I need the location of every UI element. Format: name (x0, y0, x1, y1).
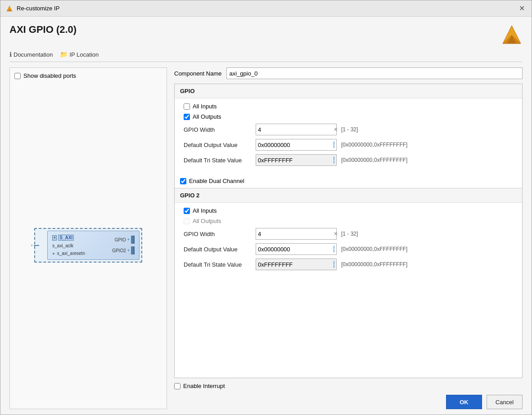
gpio2-default-output-row: Default Output Value i [0x00000000,0xFFF… (184, 243, 513, 255)
gpio2-all-inputs-row: All Inputs (184, 207, 513, 214)
gpio2-section-header: GPIO 2 (175, 188, 522, 203)
close-button[interactable]: ✕ (517, 4, 526, 13)
gpio2-all-inputs-label: All Inputs (193, 207, 216, 214)
show-disabled-ports-checkbox[interactable] (14, 73, 21, 79)
default-output-row: Default Output Value i [0x00000000,0xFFF… (184, 139, 513, 151)
dialog-title: Re-customize IP (17, 5, 59, 12)
gpio2-default-tri-state-container: i [0x00000000,0xFFFFFFFF] (256, 259, 407, 270)
dialog: Re-customize IP ✕ AXI GPIO (2.0) ℹ Docum… (0, 0, 532, 415)
enable-interrupt-checkbox[interactable] (174, 383, 180, 389)
gpio2-all-outputs-checkbox (184, 218, 190, 224)
gpio2-default-output-range: [0x00000000,0xFFFFFFFF] (341, 246, 407, 252)
vivado-logo-icon (501, 24, 523, 45)
tab-documentation[interactable]: ℹ Documentation (9, 51, 53, 58)
bottom-area: Enable Interrupt OK Cancel (174, 383, 523, 409)
ok-button[interactable]: OK (446, 395, 482, 409)
gpio-width-label: GPIO Width (184, 126, 256, 133)
show-disabled-ports-row: Show disabled ports (14, 72, 162, 79)
config-scroll[interactable]: GPIO All Inputs All Output (175, 84, 522, 378)
gpio-width-input-container: ✕ [1 - 32] (256, 124, 358, 135)
all-inputs-checkbox[interactable] (184, 103, 190, 110)
default-tri-state-label: Default Tri State Value (184, 157, 256, 164)
default-output-range: [0x00000000,0xFFFFFFFF] (341, 142, 407, 148)
info-icon: ℹ (9, 51, 12, 58)
main-title: AXI GPIO (2.0) (9, 24, 77, 36)
component-name-input[interactable] (226, 67, 523, 79)
buttons-row: OK Cancel (174, 395, 523, 409)
all-inputs-row: All Inputs (184, 103, 513, 110)
tab-documentation-label: Documentation (14, 51, 53, 58)
enable-dual-channel-row: Enable Dual Channel (180, 178, 517, 184)
tab-ip-location-label: IP Location (69, 51, 99, 58)
all-outputs-label: All Outputs (193, 113, 221, 120)
gpio2-section-content: All Inputs All Outputs GPIO Width (175, 203, 522, 278)
block-diagram: + (14, 86, 162, 404)
left-panel: Show disabled ports + (9, 67, 167, 409)
component-name-row: Component Name (174, 67, 523, 79)
gpio-section-content: All Inputs All Outputs GPIO Width (175, 98, 522, 174)
gpio2-default-output-container: i [0x00000000,0xFFFFFFFF] (256, 243, 407, 255)
default-tri-state-input[interactable] (258, 157, 334, 164)
gpio2-default-output-input[interactable] (258, 246, 334, 253)
gpio-section-header: GPIO (175, 84, 522, 98)
gpio-width-clear[interactable]: ✕ (334, 126, 338, 133)
cancel-button[interactable]: Cancel (487, 395, 523, 409)
gpio-section: GPIO All Inputs All Output (175, 84, 522, 184)
gpio2-width-label: GPIO Width (184, 231, 256, 237)
default-output-info[interactable]: i (334, 141, 334, 148)
gpio2-default-tri-state-input[interactable] (258, 261, 334, 268)
all-inputs-label: All Inputs (193, 103, 216, 110)
all-outputs-checkbox[interactable] (184, 114, 190, 120)
gpio-width-range: [1 - 32] (341, 126, 358, 133)
gpio2-width-range: [1 - 32] (341, 231, 358, 237)
enable-interrupt-row: Enable Interrupt (174, 383, 523, 389)
default-tri-state-input-container: i [0x00000000,0xFFFFFFFF] (256, 154, 407, 166)
gpio2-default-output-info[interactable]: i (334, 245, 334, 253)
gpio2-width-input-container: ✕ [1 - 32] (256, 228, 358, 240)
content-area: AXI GPIO (2.0) ℹ Documentation 📁 IP Loca… (0, 17, 532, 415)
folder-icon: 📁 (60, 51, 68, 58)
default-tri-state-field: i (256, 154, 337, 166)
enable-dual-channel-checkbox[interactable] (180, 178, 186, 184)
gpio2-default-tri-state-row: Default Tri State Value i [0x00000000,0x… (184, 259, 513, 270)
default-tri-state-row: Default Tri State Value i [0x00000000,0x… (184, 154, 513, 166)
default-output-input-container: i [0x00000000,0xFFFFFFFF] (256, 139, 407, 151)
gpio2-all-outputs-row: All Outputs (184, 218, 513, 224)
gpio2-default-output-label: Default Output Value (184, 246, 256, 253)
gpio2-width-input[interactable] (258, 231, 334, 237)
gpio2-width-field: ✕ (256, 228, 337, 240)
title-bar-left: Re-customize IP (6, 5, 59, 12)
default-output-input[interactable] (258, 142, 334, 148)
enable-interrupt-label: Enable Interrupt (183, 383, 225, 389)
default-output-label: Default Output Value (184, 142, 256, 148)
gpio2-default-tri-state-range: [0x00000000,0xFFFFFFFF] (341, 261, 407, 268)
gpio2-default-output-field: i (256, 243, 337, 255)
title-bar: Re-customize IP ✕ (0, 0, 532, 17)
gpio2-width-row: GPIO Width ✕ [1 - 32] (184, 228, 513, 240)
default-tri-state-range: [0x00000000,0xFFFFFFFF] (341, 157, 407, 163)
tab-ip-location[interactable]: 📁 IP Location (60, 51, 99, 58)
all-outputs-row: All Outputs (184, 113, 513, 120)
gpio2-width-clear[interactable]: ✕ (334, 230, 338, 237)
gpio2-section: GPIO 2 All Inputs All Outp (175, 188, 522, 278)
gpio-width-input[interactable] (258, 126, 334, 133)
default-output-field: i (256, 139, 337, 151)
gpio2-default-tri-state-info[interactable]: i (334, 261, 334, 268)
enable-dual-channel-label: Enable Dual Channel (189, 178, 244, 184)
gpio2-all-outputs-label: All Outputs (193, 218, 221, 224)
main-split: Show disabled ports + (9, 67, 523, 409)
right-panel: Component Name GPIO All (174, 67, 523, 409)
default-tri-state-info[interactable]: i (334, 156, 334, 164)
gpio2-all-inputs-checkbox[interactable] (184, 208, 190, 214)
header-area: AXI GPIO (2.0) (9, 24, 523, 45)
app-icon (6, 5, 13, 12)
tabs-bar: ℹ Documentation 📁 IP Location (9, 51, 523, 62)
gpio-width-row: GPIO Width ✕ [1 - 32] (184, 124, 513, 135)
config-panel: GPIO All Inputs All Output (174, 84, 523, 378)
gpio2-default-tri-state-label: Default Tri State Value (184, 261, 256, 268)
show-disabled-ports-label: Show disabled ports (23, 72, 76, 79)
gpio-width-field: ✕ (256, 124, 337, 135)
gpio2-default-tri-state-field: i (256, 259, 337, 270)
component-name-label: Component Name (174, 70, 222, 77)
